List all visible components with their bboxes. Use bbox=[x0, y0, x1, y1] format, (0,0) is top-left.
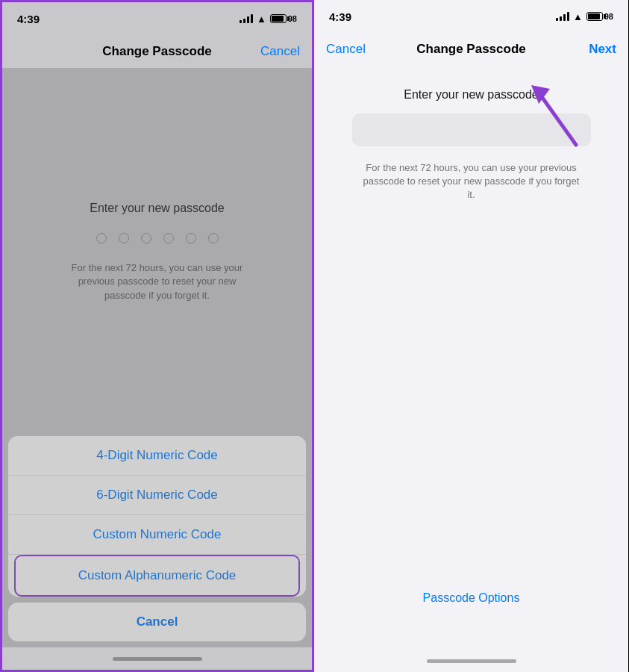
right-time: 4:39 bbox=[329, 10, 351, 23]
right-passcode-prompt: Enter your new passcode bbox=[404, 88, 539, 102]
wifi-icon: ▲ bbox=[257, 13, 266, 25]
battery-icon: 98 bbox=[270, 14, 297, 23]
right-home-indicator bbox=[314, 650, 628, 672]
right-status-bar: 4:39 ▲ 98 bbox=[314, 0, 628, 33]
right-wifi-icon: ▲ bbox=[573, 11, 583, 22]
signal-icon bbox=[240, 14, 253, 23]
dot-3 bbox=[141, 233, 151, 243]
right-nav-bar: Cancel Change Passcode Next bbox=[314, 33, 628, 66]
right-signal-icon bbox=[556, 12, 569, 21]
option-6-digit[interactable]: 6-Digit Numeric Code bbox=[8, 476, 306, 515]
right-cancel-button[interactable]: Cancel bbox=[314, 42, 366, 57]
right-nav-wrapper: Cancel Change Passcode Next bbox=[314, 33, 628, 66]
right-status-icons: ▲ 98 bbox=[556, 11, 613, 22]
option-custom-numeric[interactable]: Custom Numeric Code bbox=[8, 515, 306, 555]
right-content-area: Enter your new passcode For the next 72 … bbox=[314, 66, 628, 650]
dot-6 bbox=[208, 233, 219, 243]
passcode-hint: For the next 72 hours, you can use your … bbox=[60, 261, 254, 302]
dot-4 bbox=[163, 233, 174, 243]
passcode-prompt: Enter your new passcode bbox=[90, 202, 225, 215]
right-nav-title: Change Passcode bbox=[416, 42, 525, 57]
left-nav-bar: Change Passcode Cancel bbox=[2, 35, 312, 68]
passcode-section: Enter your new passcode For the next 72 … bbox=[2, 68, 312, 436]
left-status-bar: 4:39 ▲ 98 bbox=[2, 2, 312, 35]
right-next-button[interactable]: Next bbox=[589, 42, 628, 57]
option-4-digit[interactable]: 4-Digit Numeric Code bbox=[8, 436, 306, 476]
left-time: 4:39 bbox=[17, 13, 40, 25]
action-sheet: 4-Digit Numeric Code 6-Digit Numeric Cod… bbox=[2, 436, 312, 647]
left-status-icons: ▲ 98 bbox=[240, 13, 297, 25]
left-phone-screen: 4:39 ▲ 98 Change Passcode Cancel Enter bbox=[0, 0, 314, 672]
passcode-dots bbox=[96, 233, 219, 243]
dot-2 bbox=[119, 233, 129, 243]
passcode-options-button[interactable]: Passcode Options bbox=[423, 591, 520, 605]
left-cancel-button[interactable]: Cancel bbox=[260, 44, 312, 59]
left-content-area: Enter your new passcode For the next 72 … bbox=[2, 68, 312, 647]
dot-5 bbox=[186, 233, 196, 243]
action-sheet-group: 4-Digit Numeric Code 6-Digit Numeric Cod… bbox=[8, 436, 306, 597]
dot-1 bbox=[96, 233, 107, 243]
left-nav-title: Change Passcode bbox=[102, 44, 211, 59]
right-battery-icon: 98 bbox=[586, 12, 613, 21]
right-passcode-hint: For the next 72 hours, you can use your … bbox=[360, 161, 583, 202]
left-home-indicator bbox=[2, 647, 312, 670]
option-custom-alphanumeric[interactable]: Custom Alphanumeric Code bbox=[14, 555, 300, 597]
right-phone-screen: 4:39 ▲ 98 Cancel Change Passcode Next bbox=[314, 0, 628, 672]
action-sheet-cancel[interactable]: Cancel bbox=[8, 603, 306, 641]
passcode-text-input[interactable] bbox=[352, 113, 591, 146]
